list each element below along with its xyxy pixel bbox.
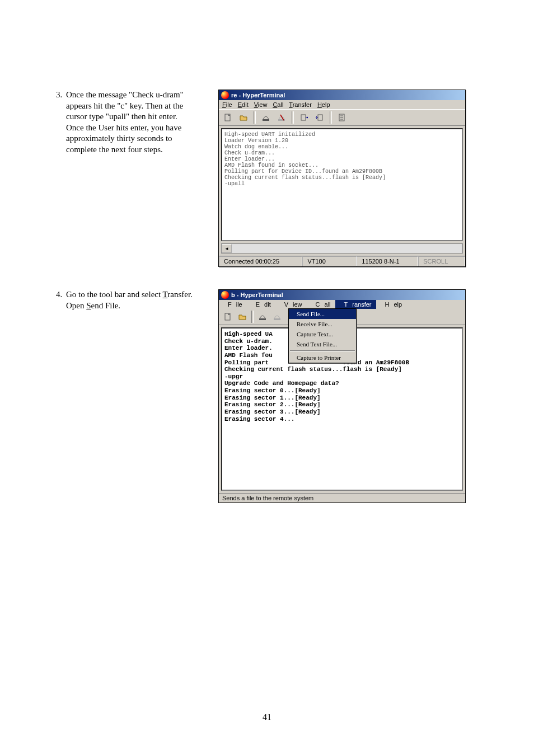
toolbar-separator: [251, 311, 254, 323]
dropdown-capture-text[interactable]: Capture Text...: [289, 329, 356, 339]
svg-rect-1: [263, 119, 269, 121]
new-button[interactable]: [221, 111, 235, 124]
connect-button-2[interactable]: [256, 310, 269, 323]
app-icon: [221, 91, 229, 99]
menu-help-2[interactable]: Help: [376, 300, 407, 309]
toolbar-separator: [330, 111, 332, 124]
disconnect-button-2[interactable]: [270, 310, 284, 323]
svg-rect-3: [301, 115, 306, 120]
new-button-2[interactable]: [221, 310, 235, 323]
step-4-text: 4. Go to the tool bar and select Transfe…: [56, 289, 196, 503]
toolbar-separator: [254, 111, 256, 124]
dropdown-capture-to-printer[interactable]: Capture to Printer: [289, 353, 356, 363]
menu-view[interactable]: View: [254, 101, 268, 108]
open-button[interactable]: [237, 111, 250, 124]
step-4-transfer-mnemonic: T: [163, 290, 168, 299]
step-3-number: 3.: [56, 90, 66, 101]
scroll-track[interactable]: [232, 244, 462, 253]
horizontal-scrollbar[interactable]: ◄: [221, 243, 463, 253]
menu-edit[interactable]: Edit: [238, 101, 249, 108]
step-3-body: Once the message "Check u-dram" appears …: [66, 90, 196, 155]
transfer-dropdown: Send File... Receive File... Capture Tex…: [288, 308, 357, 364]
menu-file[interactable]: File: [222, 101, 232, 108]
step-3-text: 3. Once the message "Check u-dram" appea…: [56, 90, 196, 267]
dropdown-receive-file[interactable]: Receive File...: [289, 319, 356, 329]
menubar-1: File Edit View Call Transfer Help: [219, 100, 465, 109]
step-4-body: Go to the tool bar and select Transfer. …: [66, 289, 196, 311]
step-4-send-rest: end File.: [91, 301, 121, 310]
dropdown-separator: [290, 350, 355, 351]
status-emulation: VT100: [302, 256, 357, 266]
step-4-prefix: Go to the tool bar and select: [66, 290, 163, 299]
scroll-left-icon[interactable]: ◄: [222, 244, 232, 253]
dropdown-send-text-file[interactable]: Send Text File...: [289, 339, 356, 349]
titlebar-2[interactable]: b - HyperTerminal: [219, 290, 465, 300]
step-4-send-mnemonic: S: [86, 301, 91, 310]
disconnect-button[interactable]: [275, 111, 288, 124]
window-title-2: b - HyperTerminal: [231, 292, 283, 298]
receive-button[interactable]: [313, 111, 326, 124]
svg-rect-4: [318, 115, 322, 120]
properties-button[interactable]: [335, 111, 349, 124]
statusbar-1: Connected 00:00:25 VT100 115200 8-N-1 SC…: [219, 256, 465, 266]
connect-button[interactable]: [259, 111, 273, 124]
menubar-2: File Edit View Call Transfer Help: [219, 300, 465, 309]
hyperterminal-window-1: re - HyperTerminal File Edit View Call T…: [218, 90, 466, 267]
svg-rect-8: [274, 318, 280, 320]
menu-call-2[interactable]: Call: [307, 300, 335, 309]
terminal-output-1[interactable]: High-speed UART initailized Loader Versi…: [221, 128, 463, 241]
titlebar-1[interactable]: re - HyperTerminal: [219, 90, 465, 100]
window-title-1: re - HyperTerminal: [231, 92, 285, 98]
menu-call[interactable]: Call: [273, 101, 283, 108]
status-baud: 115200 8-N-1: [357, 256, 418, 266]
menu-edit-2[interactable]: Edit: [247, 300, 275, 309]
dropdown-send-file[interactable]: Send File...: [289, 309, 356, 319]
menu-view-2[interactable]: View: [275, 300, 307, 309]
toolbar-separator: [292, 111, 294, 124]
svg-rect-7: [259, 318, 266, 320]
status-connected: Connected 00:00:25: [219, 256, 302, 266]
menu-help[interactable]: Help: [317, 101, 330, 108]
menu-transfer-2[interactable]: Transfer: [335, 300, 376, 309]
status-scroll: SCROLL: [418, 256, 465, 266]
open-button-2[interactable]: [236, 310, 249, 323]
app-icon: [221, 291, 229, 299]
menu-file-2[interactable]: File: [219, 300, 247, 309]
send-button[interactable]: [297, 111, 311, 124]
page-number: 41: [0, 712, 534, 722]
toolbar-1: [219, 109, 465, 126]
statusbar-2: Sends a file to the remote system: [219, 493, 465, 503]
step-4-number: 4.: [56, 289, 66, 300]
menu-transfer[interactable]: Transfer: [289, 101, 312, 108]
